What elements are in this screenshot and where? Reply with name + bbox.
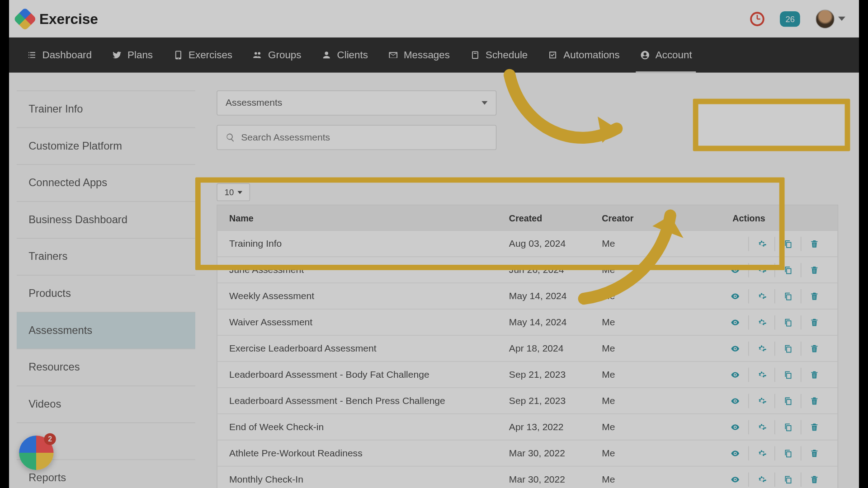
user-menu[interactable] xyxy=(816,9,845,28)
settings-icon[interactable] xyxy=(748,446,774,460)
cell-creator: Me xyxy=(602,474,660,485)
settings-icon[interactable] xyxy=(748,341,774,356)
delete-icon[interactable] xyxy=(801,472,827,487)
cell-actions xyxy=(660,341,837,356)
add-new-assessments-button[interactable]: + Add New Assessments xyxy=(700,112,838,138)
sidebar-item-resources[interactable]: Resources xyxy=(17,349,195,386)
copy-icon[interactable] xyxy=(774,263,801,277)
sidebar-item-trainer-info[interactable]: Trainer Info xyxy=(17,90,195,127)
view-icon[interactable] xyxy=(722,263,748,277)
table-row: Exercise Leaderboard AssessmentApr 18, 2… xyxy=(217,335,838,361)
view-icon[interactable] xyxy=(722,420,748,434)
view-icon[interactable] xyxy=(722,315,748,329)
settings-icon[interactable] xyxy=(748,263,774,277)
delete-icon[interactable] xyxy=(801,289,827,303)
nav-item-schedule[interactable]: Schedule xyxy=(460,38,538,73)
cell-name[interactable]: Leaderboard Assessment - Bench Press Cha… xyxy=(217,395,509,406)
settings-icon[interactable] xyxy=(748,289,774,303)
copy-icon[interactable] xyxy=(774,472,801,487)
help-bubble[interactable]: 2 xyxy=(19,436,53,470)
sidebar-item-trainers[interactable]: Trainers xyxy=(17,238,195,275)
cell-name[interactable]: June Assessment xyxy=(217,264,509,275)
delete-icon[interactable] xyxy=(801,446,827,460)
device-icon xyxy=(173,50,183,60)
cell-name[interactable]: End of Week Check-in xyxy=(217,422,509,432)
settings-icon[interactable] xyxy=(748,367,774,382)
settings-icon[interactable] xyxy=(748,472,774,487)
nav-item-exercises[interactable]: Exercises xyxy=(163,38,242,73)
search-assessments[interactable] xyxy=(217,125,496,150)
brand-name: Exercise xyxy=(39,10,98,27)
cell-name[interactable]: Monthly Check-In xyxy=(217,474,509,485)
nav-item-account[interactable]: Account xyxy=(630,38,702,73)
clock-icon[interactable] xyxy=(750,12,765,26)
view-icon[interactable] xyxy=(722,446,748,460)
brand[interactable]: Exercise xyxy=(17,10,98,27)
delete-icon[interactable] xyxy=(801,315,827,329)
search-input[interactable] xyxy=(241,132,487,143)
copy-icon[interactable] xyxy=(774,236,801,251)
page-size-select[interactable]: 10 xyxy=(217,183,250,202)
settings-icon[interactable] xyxy=(748,394,774,408)
delete-icon[interactable] xyxy=(801,420,827,434)
nav-item-plans[interactable]: Plans xyxy=(102,38,163,73)
cell-actions xyxy=(660,236,837,251)
nav-item-automations[interactable]: Automations xyxy=(538,38,630,73)
sidebar-item-assessments[interactable]: Assessments xyxy=(17,312,195,349)
copy-icon[interactable] xyxy=(774,446,801,460)
sidebar-item-products[interactable]: Products xyxy=(17,275,195,312)
sidebar-item-business-dashboard[interactable]: Business Dashboard xyxy=(17,201,195,238)
delete-icon[interactable] xyxy=(801,341,827,356)
copy-icon[interactable] xyxy=(774,367,801,382)
settings-icon[interactable] xyxy=(748,236,774,251)
cell-name[interactable]: Leaderboard Assessment - Body Fat Challe… xyxy=(217,369,509,380)
cell-name[interactable]: Athlete Pre-Workout Readiness xyxy=(217,448,509,459)
table-row: Waiver AssessmentMay 14, 2024Me xyxy=(217,309,838,335)
cell-name[interactable]: Exercise Leaderboard Assessment xyxy=(217,343,509,354)
copy-icon[interactable] xyxy=(774,420,801,434)
view-icon[interactable] xyxy=(722,472,748,487)
delete-icon[interactable] xyxy=(801,236,827,251)
nav-item-groups[interactable]: Groups xyxy=(242,38,311,73)
copy-icon[interactable] xyxy=(774,341,801,356)
chevron-down-icon xyxy=(237,191,242,194)
main-nav: DashboardPlansExercisesGroupsClientsMess… xyxy=(0,38,868,73)
nav-item-clients[interactable]: Clients xyxy=(311,38,378,73)
mail-icon xyxy=(388,50,398,60)
sidebar-item-customize-platform[interactable]: Customize Platform xyxy=(17,127,195,164)
copy-icon[interactable] xyxy=(774,315,801,329)
table-row: Leaderboard Assessment - Bench Press Cha… xyxy=(217,387,838,413)
delete-icon[interactable] xyxy=(801,394,827,408)
table-row: Training InfoAug 03, 2024Me xyxy=(217,230,838,257)
cell-name[interactable]: Waiver Assessment xyxy=(217,317,509,328)
assessments-type-select[interactable]: Assessments xyxy=(217,90,496,115)
notification-count-badge[interactable]: 26 xyxy=(780,11,800,26)
svg-marker-0 xyxy=(598,117,617,143)
delete-icon[interactable] xyxy=(801,367,827,382)
delete-icon[interactable] xyxy=(801,263,827,277)
nav-item-label: Schedule xyxy=(486,49,528,61)
settings-icon[interactable] xyxy=(748,420,774,434)
view-icon[interactable] xyxy=(722,394,748,408)
page-size-value: 10 xyxy=(225,188,234,197)
view-icon[interactable] xyxy=(722,367,748,382)
help-bubble-badge: 2 xyxy=(44,433,56,445)
copy-icon[interactable] xyxy=(774,394,801,408)
table-row: Weekly AssessmentMay 14, 2024Me xyxy=(217,282,838,309)
nav-item-messages[interactable]: Messages xyxy=(378,38,460,73)
settings-icon[interactable] xyxy=(748,315,774,329)
cell-name[interactable]: Training Info xyxy=(217,238,509,249)
sidebar-item-connected-apps[interactable]: Connected Apps xyxy=(17,164,195,201)
nav-item-label: Clients xyxy=(337,49,368,61)
cell-created: Apr 18, 2024 xyxy=(509,343,602,354)
copy-icon[interactable] xyxy=(774,289,801,303)
nav-item-dashboard[interactable]: Dashboard xyxy=(17,38,102,73)
view-icon[interactable] xyxy=(722,289,748,303)
assessments-table: Name Created Creator Actions Training In… xyxy=(217,205,838,488)
select-current-value: Assessments xyxy=(226,98,282,108)
book-icon xyxy=(470,50,480,60)
cell-name[interactable]: Weekly Assessment xyxy=(217,291,509,301)
cell-creator: Me xyxy=(602,343,660,354)
sidebar-item-videos[interactable]: Videos xyxy=(17,385,195,422)
view-icon[interactable] xyxy=(722,341,748,356)
